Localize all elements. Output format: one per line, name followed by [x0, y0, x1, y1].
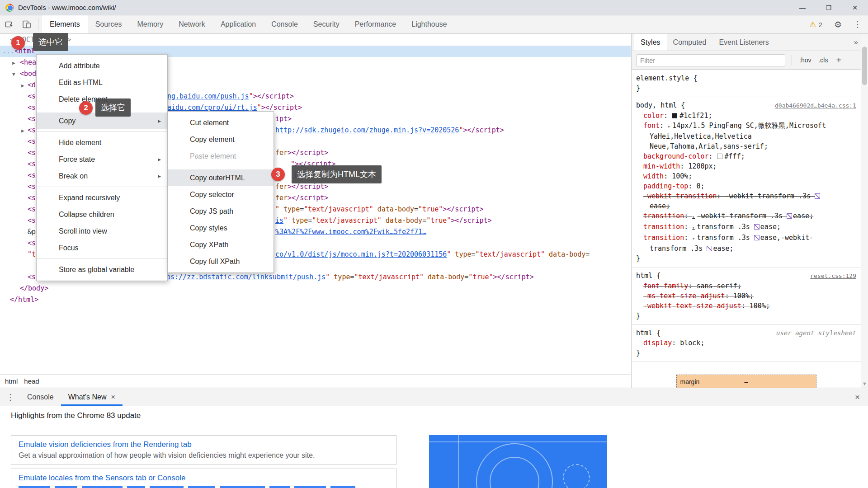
shorthand-expand-icon[interactable]: ▸ — [692, 225, 695, 230]
submenu-arrow-icon: ▸ — [158, 151, 161, 168]
tab-network[interactable]: Network — [171, 15, 213, 33]
css-declaration[interactable]: display: block; — [636, 338, 835, 348]
pseudo-button-cls[interactable]: .cls — [818, 56, 828, 64]
link-token[interactable]: aidu.com/cpro/ui/rt.js — [167, 103, 257, 112]
tab-console[interactable]: Console — [264, 15, 306, 33]
link-token[interactable]: co/v1.0/dist/js/moco.min.js?t=2020060311… — [275, 250, 447, 258]
css-declaration[interactable]: min-width: 1200px; — [636, 161, 835, 171]
css-declaration[interactable]: -webkit-text-size-adjust: 100%; — [636, 301, 835, 311]
sidebar-tab-event-listeners[interactable]: Event Listeners — [712, 34, 775, 51]
link-token[interactable]: http://sdk.zhugeio.com/zhuge.min.js?v=20… — [275, 126, 459, 134]
bezier-curve-icon[interactable] — [754, 224, 760, 230]
shorthand-expand-icon[interactable]: ▸ — [692, 214, 695, 219]
tab-security[interactable]: Security — [306, 15, 347, 33]
tab-overflow-icon[interactable]: » — [854, 38, 858, 47]
link-token[interactable]: https://zz.bdstatic.com/linksubmit/push.… — [154, 273, 326, 281]
bezier-curve-icon[interactable] — [815, 193, 820, 199]
menu-item-expand-recursively[interactable]: Expand recursively — [37, 189, 167, 206]
minimize-button[interactable]: — — [789, 0, 816, 15]
breadcrumb-item-html[interactable]: html — [2, 376, 21, 386]
settings-gear-icon[interactable]: ⚙ — [834, 19, 842, 30]
styles-filter-input[interactable] — [636, 54, 785, 66]
warning-badge[interactable]: ⚠ 2 — [809, 20, 822, 29]
inspect-element-icon[interactable] — [2, 17, 17, 32]
css-declaration[interactable]: width: 100%; — [636, 171, 835, 181]
dom-tree-row[interactable]: <!DOCTYPE html> — [0, 34, 631, 46]
menu-item-force-state[interactable]: Force state▸ — [37, 151, 167, 168]
dom-tree-row[interactable]: </body> — [0, 283, 631, 294]
drawer-close-icon[interactable]: × — [855, 392, 860, 402]
tab-performance[interactable]: Performance — [347, 15, 404, 33]
drawer-menu-icon[interactable]: ⋮ — [6, 392, 14, 402]
link-token[interactable]: %3A%2F%2Fwww.imooc.com%2Fwik…5fe2f71… — [275, 228, 426, 236]
menu-item-copy-outerhtml[interactable]: Copy outerHTML — [168, 169, 274, 186]
menu-item-add-attribute[interactable]: Add attribute — [37, 57, 167, 74]
whats-new-item[interactable]: Emulate vision deficiencies from the Ren… — [11, 435, 396, 465]
menu-item-collapse-children[interactable]: Collapse children — [37, 206, 167, 223]
shorthand-expand-icon[interactable]: ▸ — [668, 124, 670, 129]
drawer-tab-console[interactable]: Console — [20, 388, 61, 406]
menu-item-break-on[interactable]: Break on▸ — [37, 168, 167, 184]
menu-item-store-as-global-variable[interactable]: Store as global variable — [37, 261, 167, 278]
whats-new-item-title[interactable]: Emulate locales from the Sensors tab or … — [19, 474, 389, 483]
tab-application[interactable]: Application — [213, 15, 264, 33]
menu-item-edit-as-html[interactable]: Edit as HTML — [37, 74, 167, 91]
css-declaration[interactable]: color: #1c1f21; — [636, 111, 835, 121]
css-declaration[interactable]: padding-top: 0; — [636, 181, 835, 191]
menu-item-copy-selector[interactable]: Copy selector — [168, 186, 274, 203]
link-token[interactable]: is — [275, 216, 283, 225]
rule-selector[interactable]: html { — [636, 271, 806, 281]
close-icon[interactable]: × — [111, 393, 115, 401]
sidebar-tab-styles[interactable]: Styles — [634, 34, 667, 51]
menu-item-hide-element[interactable]: Hide element — [37, 134, 167, 151]
box-model-diagram[interactable]: margin – — [676, 375, 816, 388]
css-declaration[interactable]: -ms-text-size-adjust: 100%; — [636, 291, 835, 301]
more-options-icon[interactable]: ⋮ — [854, 19, 862, 29]
menu-item-focus[interactable]: Focus — [37, 239, 167, 256]
tab-memory[interactable]: Memory — [129, 15, 171, 33]
whats-new-item-title[interactable]: Emulate vision deficiencies from the Ren… — [19, 440, 389, 449]
vertical-scrollbar[interactable]: ▼ — [861, 34, 868, 388]
device-toolbar-icon[interactable] — [19, 17, 34, 32]
css-declaration[interactable]: background-color: #fff; — [636, 151, 835, 161]
css-declaration[interactable]: transition: ▸transform .3s ease; — [636, 222, 835, 233]
menu-item-cut-element[interactable]: Cut element — [168, 114, 274, 131]
css-declaration[interactable]: transition: ▸-webkit-transform .3s ease; — [636, 211, 835, 222]
drawer-tab-what-s-new[interactable]: What's New× — [61, 388, 123, 406]
rule-source-link[interactable]: reset.css:129 — [810, 271, 856, 281]
menu-item-copy-styles[interactable]: Copy styles — [168, 220, 274, 236]
close-window-button[interactable]: ✕ — [842, 0, 868, 15]
menu-item-copy-xpath[interactable]: Copy XPath — [168, 236, 274, 253]
shorthand-expand-icon[interactable]: ▸ — [692, 236, 695, 241]
tab-elements[interactable]: Elements — [42, 15, 88, 33]
dom-tree-row[interactable]: </html> — [0, 294, 631, 305]
rule-selector[interactable]: body, html { — [636, 100, 770, 110]
rule-selector[interactable]: element.style { — [636, 73, 856, 83]
scrollbar-down-arrow[interactable]: ▼ — [861, 381, 868, 386]
css-declaration[interactable]: font-family: sans-serif; — [636, 281, 835, 291]
scrollbar-thumb[interactable] — [862, 47, 867, 85]
menu-item-scroll-into-view[interactable]: Scroll into view — [37, 223, 167, 239]
new-style-rule-icon[interactable]: + — [836, 55, 841, 66]
css-declaration[interactable]: font: ▸14px/1.5 PingFang SC,微软雅黑,Microso… — [636, 121, 835, 151]
bezier-curve-icon[interactable] — [754, 235, 760, 240]
css-declaration[interactable]: transition: ▸transform .3s ease,-webkit-… — [636, 233, 835, 253]
sidebar-tab-computed[interactable]: Computed — [667, 34, 713, 51]
bezier-curve-icon[interactable] — [707, 246, 712, 251]
tab-sources[interactable]: Sources — [88, 15, 130, 33]
whats-new-item[interactable]: Emulate locales from the Sensors tab or … — [11, 469, 396, 488]
link-token[interactable]: ng.baidu.com/push.js — [167, 92, 249, 100]
css-declaration[interactable]: -webkit-transition: -webkit-transform .3… — [636, 191, 835, 211]
bezier-curve-icon[interactable] — [787, 213, 792, 219]
menu-item-copy-element[interactable]: Copy element — [168, 131, 274, 148]
color-swatch[interactable] — [672, 113, 677, 118]
color-swatch[interactable] — [717, 154, 722, 159]
maximize-button[interactable]: ❐ — [816, 0, 842, 15]
pseudo-button-hov[interactable]: :hov — [799, 56, 811, 64]
menu-item-copy-js-path[interactable]: Copy JS path — [168, 203, 274, 220]
menu-item-copy-full-xpath[interactable]: Copy full XPath — [168, 253, 274, 270]
tab-lighthouse[interactable]: Lighthouse — [404, 15, 454, 33]
rule-selector[interactable]: html { — [636, 328, 772, 338]
rule-source-link[interactable]: d0ab466902d…b4e4a.css:1 — [775, 101, 856, 111]
breadcrumb-item-head[interactable]: head — [21, 376, 42, 386]
